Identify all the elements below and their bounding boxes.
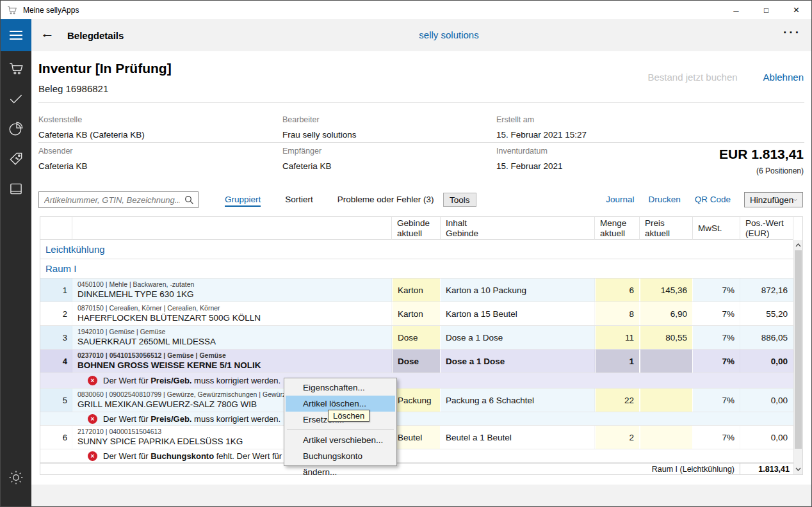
menge-cell[interactable]: 11 bbox=[595, 326, 640, 349]
pie-chart-icon[interactable] bbox=[7, 120, 25, 138]
mwst-cell: 7% bbox=[693, 278, 740, 302]
more-options-icon[interactable]: ··· bbox=[783, 26, 801, 40]
book-icon[interactable] bbox=[7, 180, 25, 198]
position-row-5[interactable]: 50830060 | 09002540810799 | Gewürze, Gew… bbox=[40, 389, 793, 412]
close-button[interactable]: × bbox=[781, 1, 811, 19]
mwst-cell: 7% bbox=[693, 302, 740, 325]
field-value: Frau selly solutions bbox=[282, 130, 357, 140]
preis-cell[interactable]: 80,55 bbox=[640, 326, 693, 349]
field-value: Cafeteria KB bbox=[282, 161, 332, 171]
row-number: 6 bbox=[40, 426, 72, 449]
position-row-2[interactable]: 20870150 | Cerealien, Körner | Cerealien… bbox=[40, 302, 793, 326]
position-row-4[interactable]: 40237010 | 05410153056512 | Gemüse | Gem… bbox=[40, 350, 793, 373]
filter-gruppiert[interactable]: Gruppiert bbox=[225, 195, 261, 207]
tag-icon[interactable] bbox=[7, 150, 25, 168]
add-button[interactable]: Hinzufügen bbox=[744, 192, 803, 207]
maximize-button[interactable]: □ bbox=[751, 1, 781, 19]
table-header: GebindeaktuellInhaltGebindeMengeaktuellP… bbox=[40, 217, 793, 240]
article-description: 0870150 | Cerealien, Körner | Cerealien,… bbox=[72, 302, 392, 325]
menu-item-buchungskonto-ändern[interactable]: Buchungskonto ändern... bbox=[286, 448, 395, 464]
filter-probleme-oder-fehler-3[interactable]: Probleme oder Fehler (3) bbox=[337, 195, 434, 207]
document-field-bearbeiter: BearbeiterFrau selly solutions bbox=[282, 115, 357, 140]
filter-group: GruppiertSortiertProbleme oder Fehler (3… bbox=[225, 195, 434, 207]
link-journal[interactable]: Journal bbox=[606, 195, 634, 204]
pos-wert-cell: 0,00 bbox=[740, 350, 793, 373]
pos-wert-cell: 55,20 bbox=[740, 302, 793, 325]
menge-cell[interactable]: 1 bbox=[595, 350, 640, 373]
preis-cell[interactable] bbox=[640, 426, 693, 449]
gebinde-cell[interactable]: Beutel bbox=[392, 426, 441, 449]
article-description: 0237010 | 05410153056512 | Gemüse | Gemü… bbox=[72, 350, 392, 373]
menge-cell[interactable]: 2 bbox=[595, 426, 640, 449]
vertical-scrollbar[interactable] bbox=[793, 240, 802, 474]
scroll-up-icon[interactable] bbox=[794, 240, 802, 250]
sidebar-nav bbox=[1, 51, 31, 506]
inhalt-gebinde-cell: Beutel a 1 Beutel bbox=[441, 426, 595, 449]
search-icon[interactable] bbox=[184, 195, 194, 205]
position-row-6[interactable]: 62172010 | 04000151504613SUNNY SPICE PAP… bbox=[40, 426, 793, 449]
fields-row-1: KostenstelleCafeteria KB (Cafeteria KB)B… bbox=[38, 115, 804, 143]
menge-cell[interactable]: 6 bbox=[595, 278, 640, 302]
field-value: Cafeteria KB bbox=[38, 161, 88, 171]
preis-cell[interactable] bbox=[640, 389, 693, 412]
pos-wert-cell: 872,16 bbox=[740, 278, 793, 302]
field-label: Erstellt am bbox=[496, 115, 587, 124]
preis-cell[interactable] bbox=[640, 350, 693, 373]
gebinde-cell[interactable]: Dose bbox=[392, 326, 441, 349]
error-row: ×Der Wert für Preis/Geb. muss korrigiert… bbox=[40, 412, 793, 426]
row-number: 2 bbox=[40, 302, 72, 325]
delete-tooltip: Löschen bbox=[328, 410, 369, 422]
filter-sortiert[interactable]: Sortiert bbox=[285, 195, 313, 207]
scroll-down-icon[interactable] bbox=[794, 464, 802, 474]
search-input[interactable] bbox=[38, 191, 199, 208]
inhalt-gebinde-cell: Dose a 1 Dose bbox=[441, 350, 595, 373]
checkmark-icon[interactable] bbox=[7, 90, 25, 108]
add-button-label: Hinzufügen bbox=[750, 195, 793, 205]
position-row-3[interactable]: 31942010 | Gemüse | GemüseSAUERKRAUT 265… bbox=[40, 326, 793, 350]
preis-cell[interactable]: 6,90 bbox=[640, 302, 693, 325]
group-header-row: Leichtkühlung bbox=[40, 240, 793, 259]
position-row-1[interactable]: 10450100 | Mehle | Backwaren, -zutatenDI… bbox=[40, 278, 793, 302]
article-catalog-line: 0237010 | 05410153056512 | Gemüse | Gemü… bbox=[77, 351, 226, 360]
column-header-2: Gebindeaktuell bbox=[392, 217, 441, 240]
cart-icon[interactable] bbox=[7, 60, 25, 77]
back-arrow-icon[interactable]: ← bbox=[40, 25, 54, 42]
header-bar: ← Belegdetails selly solutions ··· bbox=[1, 19, 811, 51]
page-title: Belegdetails bbox=[67, 30, 124, 41]
reject-button[interactable]: Ablehnen bbox=[763, 72, 804, 83]
article-catalog-line: 0830060 | 09002540810799 | Gewürze, Gewü… bbox=[77, 390, 303, 399]
link-drucken[interactable]: Drucken bbox=[648, 195, 680, 204]
gebinde-cell[interactable]: Karton bbox=[392, 278, 441, 302]
article-name: SUNNY SPICE PAPRIKA EDELSÜSS 1KG bbox=[77, 436, 243, 447]
group-header-label: Leichtkühlung bbox=[45, 244, 105, 255]
fields-row-2: AbsenderCafeteria KBEmpfängerCafeteria K… bbox=[38, 147, 804, 175]
gebinde-cell[interactable]: Packung bbox=[392, 389, 441, 412]
document-actions: Bestand jetzt buchen Ablehnen bbox=[647, 72, 804, 83]
document-field-erstellt-am: Erstellt am15. Februar 2021 15:27 bbox=[496, 115, 587, 140]
search-box bbox=[38, 191, 199, 208]
field-label: Inventurdatum bbox=[496, 147, 563, 156]
book-stock-button[interactable]: Bestand jetzt buchen bbox=[647, 72, 737, 83]
menge-cell[interactable]: 8 bbox=[595, 302, 640, 325]
hamburger-menu-icon[interactable] bbox=[1, 19, 31, 51]
positions-table: GebindeaktuellInhaltGebindeMengeaktuellP… bbox=[40, 216, 803, 475]
minimize-button[interactable]: – bbox=[721, 1, 751, 19]
mwst-cell: 7% bbox=[693, 350, 740, 373]
scrollbar-thumb[interactable] bbox=[795, 250, 802, 449]
menu-item-eigenschaften[interactable]: Eigenschaften... bbox=[286, 380, 395, 396]
window-controls: – □ × bbox=[721, 1, 811, 19]
gebinde-cell[interactable]: Karton bbox=[392, 302, 441, 325]
tools-button[interactable]: Tools bbox=[443, 193, 476, 207]
error-row: ×Der Wert für Buchungskonto fehlt. Der W… bbox=[40, 449, 793, 463]
menu-item-artikel-verschieben[interactable]: Artikel verschieben... bbox=[286, 432, 395, 448]
row-number: 3 bbox=[40, 326, 72, 349]
preis-cell[interactable]: 145,36 bbox=[640, 278, 693, 302]
article-catalog-line: 1942010 | Gemüse | Gemüse bbox=[77, 328, 165, 336]
inhalt-gebinde-cell: Karton a 10 Packung bbox=[441, 278, 595, 302]
link-qr-code[interactable]: QR Code bbox=[695, 195, 731, 204]
gebinde-cell[interactable]: Dose bbox=[392, 350, 441, 373]
gear-icon[interactable] bbox=[7, 469, 25, 487]
pos-wert-cell: 0,00 bbox=[740, 426, 793, 449]
menge-cell[interactable]: 22 bbox=[595, 389, 640, 412]
mwst-cell: 7% bbox=[693, 426, 740, 449]
